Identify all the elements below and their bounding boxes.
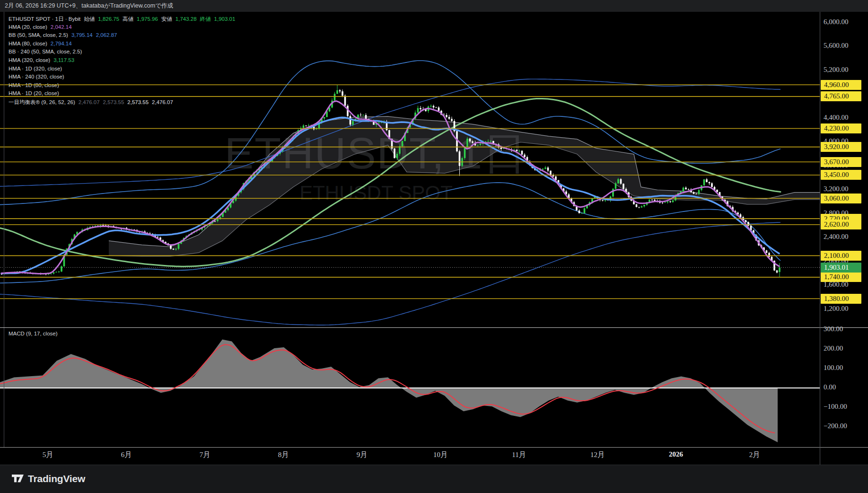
up-candle	[217, 219, 219, 221]
up-candle	[703, 179, 705, 185]
up-candle	[480, 144, 482, 145]
up-candle	[175, 249, 177, 250]
down-candle	[602, 200, 604, 201]
down-candle	[654, 200, 656, 201]
time-axis-label: 10月	[433, 450, 447, 459]
time-axis-label: 5月	[43, 450, 53, 459]
up-candle	[178, 244, 180, 249]
up-candle	[485, 141, 487, 142]
down-candle	[500, 148, 502, 149]
last-price-badge: 1,903.01	[821, 263, 861, 273]
up-candle	[362, 115, 364, 115]
price-level-badge: 4,960.00	[821, 80, 861, 90]
down-candle	[768, 253, 770, 257]
down-candle	[662, 202, 664, 203]
up-candle	[324, 117, 325, 119]
price-axis-label: 5,200.00	[824, 66, 849, 74]
time-axis-label: 2月	[749, 450, 760, 459]
price-level-badge: 4,230.00	[821, 123, 861, 133]
up-candle	[643, 205, 645, 206]
bb240-lower-line	[0, 222, 780, 325]
time-axis-label: 11月	[512, 450, 526, 459]
footer-toolbar: TradingView	[0, 465, 868, 493]
down-candle	[459, 151, 461, 166]
up-candle	[487, 141, 489, 141]
down-candle	[170, 246, 172, 249]
up-candle	[477, 145, 479, 145]
macd-axis-label: 0.00	[824, 383, 836, 391]
price-axis-label: 3,200.00	[824, 185, 849, 193]
time-axis-label: 8月	[278, 450, 289, 459]
down-candle	[669, 202, 671, 202]
down-candle	[433, 106, 435, 108]
down-candle	[521, 151, 523, 155]
up-candle	[466, 139, 468, 148]
macd-histogram-area	[0, 340, 778, 442]
down-candle	[524, 155, 526, 157]
up-candle	[490, 141, 492, 141]
down-candle	[516, 150, 518, 151]
down-candle	[394, 149, 395, 158]
up-candle	[672, 201, 674, 202]
down-candle	[623, 184, 624, 189]
down-candle	[448, 117, 450, 119]
time-axis-label: 6月	[121, 450, 132, 459]
down-candle	[350, 116, 351, 125]
down-candle	[214, 221, 216, 221]
down-candle	[344, 96, 346, 106]
down-candle	[438, 107, 440, 111]
up-candle	[641, 206, 643, 207]
price-level-badge: 4,765.00	[821, 91, 861, 101]
down-candle	[776, 271, 778, 273]
up-candle	[544, 167, 546, 169]
up-candle	[396, 154, 398, 158]
macd-signal-line	[0, 345, 775, 433]
down-candle	[173, 249, 175, 250]
price-level-badge: 1,380.00	[821, 294, 861, 304]
top-bar: 2月 06, 2026 16:29 UTC+9、takatabaがTrading…	[0, 0, 868, 12]
down-candle	[636, 204, 638, 207]
down-candle	[446, 115, 447, 117]
down-candle	[547, 167, 549, 171]
up-candle	[779, 267, 780, 272]
price-level-badge: 3,920.00	[821, 142, 861, 152]
price-level-badge: 3,670.00	[821, 157, 861, 167]
down-candle	[342, 91, 343, 96]
chart-canvas[interactable]	[0, 0, 868, 493]
up-candle	[584, 208, 586, 213]
down-candle	[365, 115, 367, 119]
down-candle	[688, 189, 690, 190]
up-candle	[542, 169, 544, 170]
up-candle	[58, 272, 60, 272]
down-candle	[651, 200, 653, 200]
down-candle	[339, 90, 341, 91]
up-candle	[303, 125, 305, 128]
time-axis-label: 9月	[357, 450, 368, 459]
up-candle	[53, 273, 55, 274]
time-axis-label: 7月	[200, 450, 210, 459]
down-candle	[709, 182, 710, 183]
price-axis-label: 2,400.00	[824, 233, 849, 241]
down-candle	[305, 125, 307, 126]
time-axis-label: 2026	[669, 450, 683, 458]
up-candle	[430, 106, 432, 106]
up-candle	[55, 272, 57, 273]
down-candle	[451, 119, 453, 121]
up-candle	[352, 121, 354, 125]
tradingview-logo-icon[interactable]	[11, 473, 24, 484]
up-candle	[581, 213, 583, 214]
down-candle	[711, 183, 713, 187]
up-candle	[683, 188, 684, 192]
down-candle	[706, 179, 708, 182]
price-axis-label: 6,000.00	[824, 18, 849, 26]
price-axis-label: 1,200.00	[824, 305, 849, 313]
tradingview-brand-text[interactable]: TradingView	[28, 473, 85, 484]
macd-axis-label: 100.00	[824, 364, 843, 372]
down-candle	[360, 114, 362, 115]
down-candle	[638, 207, 640, 208]
up-candle	[336, 90, 338, 94]
price-axis-label: 5,600.00	[824, 42, 849, 50]
up-candle	[615, 184, 617, 189]
macd-axis-label: 200.00	[824, 344, 843, 352]
up-candle	[464, 148, 466, 158]
